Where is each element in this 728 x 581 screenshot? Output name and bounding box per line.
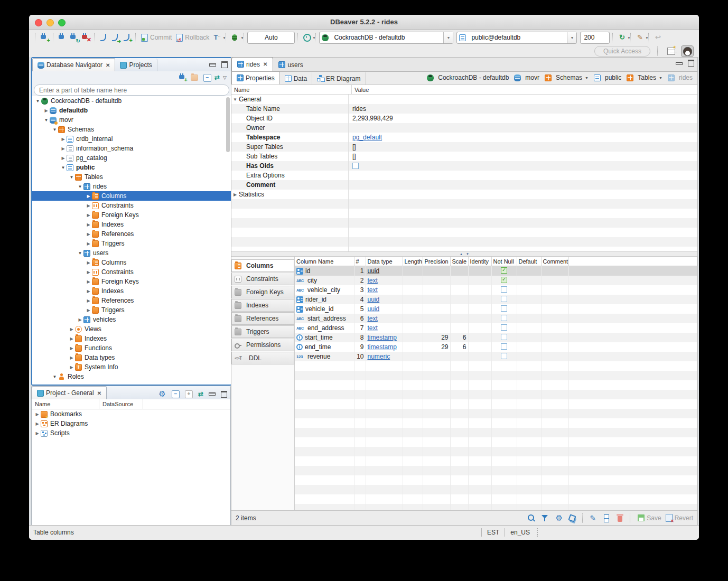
- grid-header-default[interactable]: Default: [517, 257, 541, 266]
- breadcrumb-tables[interactable]: Tables▼: [625, 73, 664, 82]
- expand-arrow-icon[interactable]: ▶: [85, 260, 92, 265]
- expand-arrow-icon[interactable]: ▶: [85, 241, 92, 246]
- property-row-tablespace[interactable]: Tablespacepg_default: [231, 133, 697, 142]
- history-dropdown[interactable]: ▼: [302, 33, 312, 42]
- tree-item-system-info[interactable]: ▶System Info: [32, 362, 231, 372]
- expand-arrow-icon[interactable]: ▶: [85, 279, 92, 284]
- grid-header-data-type[interactable]: Data type: [366, 257, 403, 266]
- detail-tab-ddl[interactable]: DDL: [231, 352, 294, 364]
- tree-item-foreign-keys[interactable]: ▶Foreign Keys: [32, 277, 231, 286]
- breadcrumb-cockroachdb-defaultdb[interactable]: CockroachDB - defaultdb: [425, 73, 510, 82]
- filter-icon[interactable]: [540, 513, 550, 523]
- tree-item-indexes[interactable]: ▶Indexes: [32, 334, 231, 343]
- navigator-scrollbar[interactable]: [226, 97, 230, 152]
- expand-arrow-icon[interactable]: ▶: [85, 222, 92, 227]
- column-row-end-address[interactable]: end_address7text: [295, 323, 697, 333]
- tree-item-references[interactable]: ▶References: [32, 296, 231, 305]
- sql-editor-icon[interactable]: [99, 33, 108, 42]
- save-button[interactable]: Save: [638, 514, 661, 522]
- breadcrumb-schemas[interactable]: Schemas▼: [543, 73, 590, 82]
- grid-header-scale[interactable]: Scale: [450, 257, 468, 266]
- expand-arrow-icon[interactable]: ▶: [60, 137, 67, 142]
- tree-item-functions[interactable]: ▶Functions: [32, 343, 231, 353]
- checkbox[interactable]: [352, 163, 359, 169]
- expand-arrow-icon[interactable]: ▶: [60, 156, 67, 161]
- tree-item-views[interactable]: ▶Views: [32, 324, 231, 334]
- detail-tab-constraints[interactable]: Constraints: [231, 273, 294, 285]
- property-row-comment[interactable]: Comment: [231, 180, 697, 190]
- value-link[interactable]: pg_default: [352, 134, 382, 141]
- chevron-down-icon[interactable]: ▼: [585, 76, 589, 80]
- not-null-checkbox[interactable]: [501, 267, 507, 274]
- connection-combo[interactable]: CockroachDB - defaultdb ▼: [319, 32, 453, 44]
- tree-item-cockroachdb-defaultdb[interactable]: ▼CockroachDB - defaultdb: [32, 96, 231, 106]
- sql-editor-recent-icon[interactable]: ➜: [110, 33, 120, 42]
- collapse-arrow-icon[interactable]: ▼: [77, 251, 83, 256]
- property-row-object-id[interactable]: Object ID2,293,998,429: [231, 114, 697, 123]
- expand-arrow-icon[interactable]: ▶: [34, 431, 41, 436]
- splitter-sash[interactable]: ▲▼: [231, 252, 697, 257]
- collapse-arrow-icon[interactable]: ▼: [43, 118, 50, 123]
- properties-header-name[interactable]: Name: [231, 85, 352, 94]
- tree-item-crdb-internal[interactable]: ▶crdb_internal: [32, 134, 231, 144]
- close-icon[interactable]: ✕: [97, 390, 101, 396]
- collapse-arrow-icon[interactable]: ▼: [34, 99, 41, 104]
- expand-arrow-icon[interactable]: ▶: [43, 108, 50, 113]
- not-null-checkbox[interactable]: [501, 334, 507, 340]
- settings-icon[interactable]: ⚙: [554, 513, 564, 523]
- detail-tab-triggers[interactable]: Triggers: [231, 325, 294, 338]
- chevron-down-icon[interactable]: ▼: [659, 76, 662, 80]
- expand-arrow-icon[interactable]: ▶: [68, 327, 75, 332]
- editor-tab-rides[interactable]: rides✕: [231, 57, 273, 71]
- tree-item-pg-catalog[interactable]: ▶pg_catalog: [32, 153, 231, 163]
- expand-arrow-icon[interactable]: ▶: [85, 232, 92, 237]
- tree-item-defaultdb[interactable]: ▶defaultdb: [32, 106, 231, 115]
- tab-properties[interactable]: Properties: [231, 71, 280, 85]
- tree-item-indexes[interactable]: ▶Indexes: [32, 220, 231, 229]
- folder-add-icon[interactable]: [191, 74, 198, 81]
- column-row-rider-id[interactable]: rider_id4uuid: [295, 295, 697, 304]
- grid-header-comment[interactable]: Comment: [541, 257, 568, 266]
- not-null-checkbox[interactable]: [501, 315, 507, 321]
- tab-projects[interactable]: Projects: [115, 59, 157, 71]
- close-icon[interactable]: ✕: [106, 62, 110, 68]
- settings-gear-icon[interactable]: ⚙: [158, 389, 166, 399]
- collapse-arrow-icon[interactable]: ▼: [77, 184, 83, 189]
- column-config-icon[interactable]: [601, 513, 612, 523]
- property-row-general[interactable]: ▼General: [231, 95, 697, 104]
- tree-item-users[interactable]: ▼users: [32, 248, 231, 258]
- grid-header-[interactable]: #: [354, 257, 366, 266]
- tree-item-public[interactable]: ▼public: [32, 163, 231, 172]
- column-row-revenue[interactable]: revenue10numeric: [295, 352, 697, 361]
- transaction-mode-dropdown[interactable]: T▼: [212, 33, 222, 42]
- compare-icon[interactable]: [567, 513, 578, 523]
- collapse-arrow-icon[interactable]: ▼: [68, 175, 75, 180]
- expand-arrow-icon[interactable]: ▶: [34, 421, 41, 426]
- collapse-arrow-icon[interactable]: ▼: [51, 374, 58, 379]
- property-row-extra-options[interactable]: Extra Options: [231, 171, 697, 180]
- tree-item-triggers[interactable]: ▶Triggers: [32, 239, 231, 248]
- tree-item-tables[interactable]: ▼Tables: [32, 172, 231, 182]
- expand-arrow-icon[interactable]: ▶: [85, 270, 92, 275]
- column-row-city[interactable]: city2text: [295, 276, 697, 285]
- expand-arrow-icon[interactable]: ▶: [231, 192, 239, 197]
- close-icon[interactable]: ✕: [263, 61, 267, 67]
- detail-tab-permissions[interactable]: Permissions: [231, 339, 294, 351]
- expand-arrow-icon[interactable]: ▶: [85, 213, 92, 218]
- rollback-button[interactable]: Rollback: [176, 34, 209, 42]
- data-type-link[interactable]: uuid: [368, 267, 380, 275]
- minimize-view-icon[interactable]: [676, 62, 683, 65]
- sql-editor-new-icon[interactable]: +: [122, 33, 132, 42]
- expand-arrow-icon[interactable]: ▶: [85, 298, 92, 303]
- schema-combo-arrow[interactable]: ▼: [567, 32, 576, 43]
- collapse-all-icon[interactable]: −: [203, 74, 211, 82]
- timezone-indicator[interactable]: EST: [481, 528, 505, 537]
- column-row-id[interactable]: id1uuid: [295, 266, 697, 276]
- fetch-size-input[interactable]: 200: [580, 32, 610, 44]
- expand-arrow-icon[interactable]: ▶: [77, 317, 83, 322]
- column-header-name[interactable]: Name: [32, 399, 99, 409]
- expand-arrow-icon[interactable]: ▶: [85, 289, 92, 294]
- connect-icon[interactable]: [58, 33, 67, 42]
- debug-dropdown[interactable]: ▼: [230, 33, 240, 42]
- not-null-checkbox[interactable]: [501, 296, 507, 302]
